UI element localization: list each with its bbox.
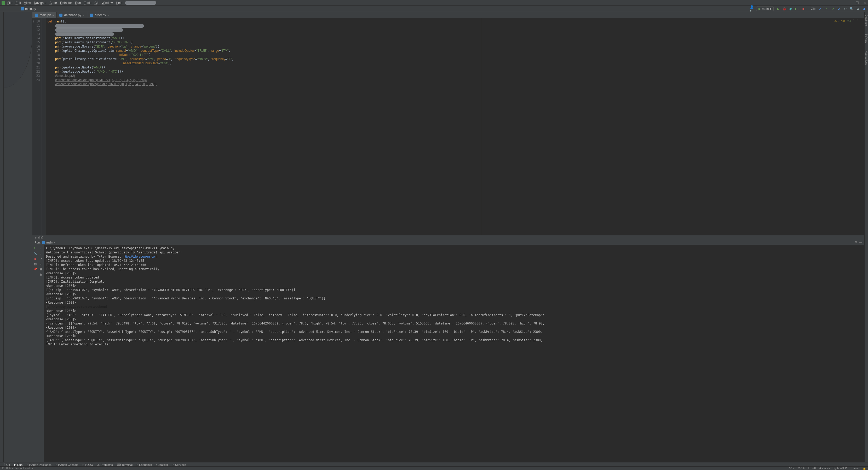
tab-main-py[interactable]: main.py× — [32, 12, 57, 18]
editor-breadcrumb[interactable]: main() — [32, 235, 864, 240]
line-separator[interactable]: CRLF — [798, 467, 805, 470]
editor-tabs: main.py×database.py×order.py× — [32, 12, 864, 18]
run-config-selector[interactable]: ▶ main ▾ — [756, 6, 774, 11]
git-history-icon[interactable]: ⟳ — [837, 7, 841, 11]
bottom-tool-endpoints[interactable]: ▸Endpoints — [137, 463, 152, 466]
clear-icon[interactable]: 🗑 — [39, 273, 43, 276]
tab-close-icon[interactable]: × — [83, 13, 85, 17]
toolbar-right: 👤▾ ▶ main ▾ ▶ 🐞 ◐ ⏵▾ ■ Git: ✓ ✓ ↗ ⟳ ↩ 🔍 … — [750, 6, 866, 11]
run-icon[interactable]: ▶ — [776, 7, 780, 11]
bottom-tool-run[interactable]: ▶Run — [14, 463, 23, 466]
bottom-tool-statistic[interactable]: ▸Statistic — [156, 463, 168, 466]
status-window-icon[interactable]: ☐ — [2, 467, 4, 470]
settings-icon[interactable]: ⚙ — [856, 7, 860, 11]
chevron-down-icon: ▾ — [770, 7, 771, 11]
soft-wrap-icon[interactable]: ⇥ — [39, 257, 43, 261]
tab-close-icon[interactable]: × — [52, 13, 54, 17]
menu-help[interactable]: Help — [116, 1, 122, 5]
typos-badge[interactable]: ✏4 — [847, 19, 851, 23]
run-layout-icon[interactable]: ▤ — [33, 262, 37, 266]
code-editor[interactable]: ⚠3 ⚠9 ✏4 ˄ ˅ 9 10 11 12 13 14 15 16 17 1… — [32, 18, 864, 235]
breadcrumb-file[interactable]: main.py — [25, 7, 36, 11]
tab-order-py[interactable]: order.py× — [87, 12, 112, 18]
run-tab-close-icon[interactable]: × — [54, 241, 55, 244]
right-tool-notifications[interactable]: Notifications — [865, 51, 868, 65]
scroll-down-icon[interactable]: ↓ — [39, 252, 43, 255]
scroll-to-end-icon[interactable]: ⤓ — [39, 262, 43, 266]
bottom-tool-terminal[interactable]: ⌨Terminal — [117, 463, 133, 466]
search-icon[interactable]: 🔍 — [850, 7, 854, 11]
workspace: main.py×database.py×order.py× ⚠3 ⚠9 ✏4 ˄… — [0, 12, 868, 464]
python-file-icon — [59, 13, 62, 17]
bottom-tool-git[interactable]: ᚶGit — [4, 463, 10, 466]
minimize-icon[interactable]: ─ — [849, 1, 851, 5]
line-number-gutter[interactable]: 9 10 11 12 13 14 15 16 17 18 19 20 21 22… — [32, 18, 42, 235]
ide-updates-icon[interactable]: ◆ — [862, 7, 866, 11]
menu-code[interactable]: Code — [50, 1, 57, 5]
right-tool-tabs: Database SciView Notifications — [864, 12, 868, 464]
console-output[interactable]: C:\Python311\python.exe C:\Users\Tyler\D… — [44, 245, 864, 462]
run-header-config[interactable]: main — [46, 241, 53, 244]
close-icon[interactable]: ✕ — [864, 1, 866, 5]
expand-down-icon[interactable]: ˅ — [857, 19, 858, 23]
menu-edit[interactable]: Edit — [16, 1, 21, 5]
run-settings-icon[interactable]: ⚙ — [855, 241, 857, 244]
inspection-badges[interactable]: ⚠3 ⚠9 ✏4 ˄ ˅ — [834, 19, 858, 23]
menu-view[interactable]: View — [24, 1, 31, 5]
expand-up-icon[interactable]: ˄ — [853, 19, 855, 23]
right-tool-database[interactable]: Database — [865, 14, 868, 26]
bottom-tool-python-console[interactable]: ▸Python Console — [56, 463, 79, 466]
menu-navigate[interactable]: Navigate — [34, 1, 46, 5]
rerun-icon[interactable]: ↻ — [33, 247, 37, 250]
print-icon[interactable]: 🖶 — [39, 268, 43, 271]
run-hide-icon[interactable]: — — [859, 241, 862, 244]
indent-setting[interactable]: 4 spaces — [819, 467, 830, 470]
run-config-icon: ▶ — [758, 7, 761, 11]
bottom-tool-python-packages[interactable]: ▸Python Packages — [27, 463, 52, 466]
debug-icon[interactable]: 🐞 — [782, 7, 786, 11]
bottom-tool-services[interactable]: ▸Services — [173, 463, 186, 466]
git-push-icon[interactable]: ↗ — [831, 7, 835, 11]
fold-gutter[interactable] — [42, 18, 45, 235]
menu-run[interactable]: Run — [75, 1, 81, 5]
run-config-label: main — [762, 7, 769, 11]
menu-file[interactable]: File — [7, 1, 12, 5]
separator — [808, 7, 808, 11]
bottom-tool-problems[interactable]: ⚠Problems — [97, 463, 113, 466]
menu-window[interactable]: Window — [102, 1, 113, 5]
tab-close-icon[interactable]: × — [108, 13, 109, 17]
run-stop-icon[interactable]: ■ — [33, 257, 37, 261]
stop-icon[interactable]: ■ — [801, 7, 805, 11]
git-branch[interactable]: ᚶ main — [851, 467, 859, 470]
caret-position[interactable]: 9:12 — [789, 467, 794, 470]
git-label: Git: — [811, 7, 816, 11]
status-bar: ☐ Hide active tool window 9:12 CRLF UTF-… — [0, 466, 868, 470]
window-controls: ─ ☐ ✕ — [849, 1, 866, 5]
menu-tools[interactable]: Tools — [84, 1, 91, 5]
tab-database-py[interactable]: database.py× — [57, 12, 87, 18]
weak-warnings-badge[interactable]: ⚠9 — [841, 19, 845, 23]
code-area[interactable]: def main(): print(instruments.getInstrum… — [45, 18, 864, 235]
right-tool-sciview[interactable]: SciView — [865, 34, 868, 43]
profile-icon[interactable]: ⏵▾ — [795, 7, 799, 11]
run-stop-attach-icon[interactable]: 🔧 — [33, 252, 37, 255]
user-dropdown-icon[interactable]: 👤▾ — [750, 7, 753, 11]
git-rollback-icon[interactable]: ↩ — [843, 7, 847, 11]
warnings-badge[interactable]: ⚠3 — [834, 19, 838, 23]
menu-refactor[interactable]: Refactor — [60, 1, 72, 5]
run-pin-icon[interactable]: 📌 — [33, 268, 37, 271]
maximize-icon[interactable]: ☐ — [856, 1, 859, 5]
bottom-tool-todo[interactable]: ▸TODO — [83, 463, 93, 466]
menu-git[interactable]: Git — [94, 1, 98, 5]
git-commit-icon[interactable]: ✓ — [825, 7, 828, 11]
interpreter[interactable]: Python 3.11 — [834, 467, 847, 470]
python-file-icon — [90, 13, 93, 17]
run-tool-body: ↻ 🔧 ■ ▤ 📌 ↑ ↓ ⇥ ⤓ 🖶 🗑 C:\Python311\pytho… — [32, 245, 864, 462]
file-encoding[interactable]: UTF-8 — [808, 467, 816, 470]
status-left-text: Hide active tool window — [6, 467, 33, 470]
app-logo-icon — [2, 1, 5, 5]
readonly-lock-icon[interactable]: 🔒 — [863, 467, 866, 470]
git-update-icon[interactable]: ✓ — [818, 7, 822, 11]
coverage-icon[interactable]: ◐ — [789, 7, 793, 11]
scroll-up-icon[interactable]: ↑ — [39, 247, 43, 250]
